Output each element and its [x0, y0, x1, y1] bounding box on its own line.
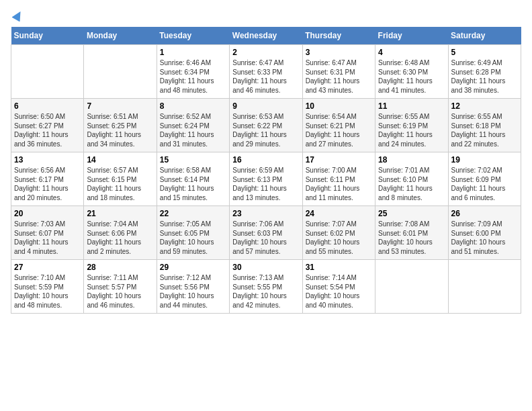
day-info: Sunrise: 7:06 AM Sunset: 6:03 PM Dayligh…: [232, 220, 299, 256]
day-info: Sunrise: 6:56 AM Sunset: 6:17 PM Dayligh…: [14, 166, 81, 202]
week-row-2: 6Sunrise: 6:50 AM Sunset: 6:27 PM Daylig…: [11, 99, 521, 152]
calendar-cell: [375, 260, 448, 314]
day-info: Sunrise: 6:59 AM Sunset: 6:13 PM Dayligh…: [232, 166, 299, 202]
day-info: Sunrise: 7:05 AM Sunset: 6:05 PM Dayligh…: [160, 220, 226, 256]
day-number: 25: [378, 209, 445, 218]
calendar-cell: 15Sunrise: 6:58 AM Sunset: 6:14 PM Dayli…: [157, 152, 229, 206]
day-number: 23: [232, 209, 299, 218]
day-number: 19: [451, 155, 518, 165]
week-row-4: 20Sunrise: 7:03 AM Sunset: 6:07 PM Dayli…: [11, 206, 521, 260]
day-info: Sunrise: 7:04 AM Sunset: 6:06 PM Dayligh…: [87, 220, 153, 256]
day-number: 21: [87, 209, 153, 218]
day-info: Sunrise: 6:48 AM Sunset: 6:30 PM Dayligh…: [378, 58, 445, 95]
calendar-cell: 10Sunrise: 6:54 AM Sunset: 6:21 PM Dayli…: [302, 99, 375, 152]
day-number: 17: [306, 155, 372, 165]
day-info: Sunrise: 7:09 AM Sunset: 6:00 PM Dayligh…: [451, 220, 518, 256]
day-info: Sunrise: 6:47 AM Sunset: 6:33 PM Dayligh…: [232, 58, 299, 95]
calendar-cell: 16Sunrise: 6:59 AM Sunset: 6:13 PM Dayli…: [230, 152, 302, 206]
day-number: 3: [306, 48, 372, 57]
day-number: 7: [87, 101, 153, 111]
day-number: 5: [451, 48, 518, 57]
day-number: 26: [451, 209, 518, 218]
day-number: 20: [14, 209, 81, 218]
day-number: 6: [14, 101, 81, 111]
day-info: Sunrise: 7:13 AM Sunset: 5:55 PM Dayligh…: [232, 273, 299, 310]
header-friday: Friday: [375, 27, 448, 45]
day-number: 12: [451, 101, 518, 111]
calendar-cell: 27Sunrise: 7:10 AM Sunset: 5:59 PM Dayli…: [11, 260, 84, 314]
day-info: Sunrise: 7:01 AM Sunset: 6:10 PM Dayligh…: [378, 166, 445, 202]
calendar-cell: 30Sunrise: 7:13 AM Sunset: 5:55 PM Dayli…: [230, 260, 302, 314]
week-row-1: 1Sunrise: 6:46 AM Sunset: 6:34 PM Daylig…: [11, 45, 521, 99]
calendar-cell: 8Sunrise: 6:52 AM Sunset: 6:24 PM Daylig…: [157, 99, 229, 152]
day-info: Sunrise: 6:57 AM Sunset: 6:15 PM Dayligh…: [87, 166, 153, 202]
week-row-3: 13Sunrise: 6:56 AM Sunset: 6:17 PM Dayli…: [11, 152, 521, 206]
day-number: 10: [306, 101, 372, 111]
day-number: 2: [232, 48, 299, 57]
day-number: 31: [306, 263, 372, 272]
calendar-cell: 1Sunrise: 6:46 AM Sunset: 6:34 PM Daylig…: [157, 45, 229, 99]
calendar-cell: 11Sunrise: 6:55 AM Sunset: 6:19 PM Dayli…: [375, 99, 448, 152]
calendar-cell: [448, 260, 521, 314]
day-info: Sunrise: 7:10 AM Sunset: 5:59 PM Dayligh…: [14, 273, 81, 310]
day-info: Sunrise: 6:49 AM Sunset: 6:28 PM Dayligh…: [451, 58, 518, 95]
day-info: Sunrise: 6:55 AM Sunset: 6:19 PM Dayligh…: [378, 112, 445, 148]
logo: [11, 11, 24, 19]
header: [11, 11, 521, 19]
header-tuesday: Tuesday: [157, 27, 229, 45]
calendar-cell: 31Sunrise: 7:14 AM Sunset: 5:54 PM Dayli…: [302, 260, 375, 314]
calendar-table: SundayMondayTuesdayWednesdayThursdayFrid…: [11, 27, 521, 314]
calendar-cell: 6Sunrise: 6:50 AM Sunset: 6:27 PM Daylig…: [11, 99, 84, 152]
logo-icon: [12, 9, 24, 21]
calendar-cell: 28Sunrise: 7:11 AM Sunset: 5:57 PM Dayli…: [84, 260, 157, 314]
day-info: Sunrise: 7:02 AM Sunset: 6:09 PM Dayligh…: [451, 166, 518, 202]
day-number: 4: [378, 48, 445, 57]
calendar-cell: 4Sunrise: 6:48 AM Sunset: 6:30 PM Daylig…: [375, 45, 448, 99]
calendar-cell: 9Sunrise: 6:53 AM Sunset: 6:22 PM Daylig…: [230, 99, 302, 152]
day-info: Sunrise: 6:53 AM Sunset: 6:22 PM Dayligh…: [232, 112, 299, 148]
week-row-5: 27Sunrise: 7:10 AM Sunset: 5:59 PM Dayli…: [11, 260, 521, 314]
day-number: 24: [306, 209, 372, 218]
day-info: Sunrise: 7:12 AM Sunset: 5:56 PM Dayligh…: [160, 273, 226, 310]
day-info: Sunrise: 6:51 AM Sunset: 6:25 PM Dayligh…: [87, 112, 153, 148]
day-number: 8: [160, 101, 226, 111]
calendar-cell: 24Sunrise: 7:07 AM Sunset: 6:02 PM Dayli…: [302, 206, 375, 260]
header-sunday: Sunday: [11, 27, 84, 45]
header-row: SundayMondayTuesdayWednesdayThursdayFrid…: [11, 27, 521, 45]
day-number: 22: [160, 209, 226, 218]
day-info: Sunrise: 6:55 AM Sunset: 6:18 PM Dayligh…: [451, 112, 518, 148]
calendar-cell: 22Sunrise: 7:05 AM Sunset: 6:05 PM Dayli…: [157, 206, 229, 260]
calendar-cell: 19Sunrise: 7:02 AM Sunset: 6:09 PM Dayli…: [448, 152, 521, 206]
calendar-cell: 18Sunrise: 7:01 AM Sunset: 6:10 PM Dayli…: [375, 152, 448, 206]
header-thursday: Thursday: [302, 27, 375, 45]
calendar-cell: [84, 45, 157, 99]
day-info: Sunrise: 7:03 AM Sunset: 6:07 PM Dayligh…: [14, 220, 81, 256]
day-number: 27: [14, 263, 81, 272]
day-number: 14: [87, 155, 153, 165]
calendar-cell: [11, 45, 84, 99]
day-info: Sunrise: 7:00 AM Sunset: 6:11 PM Dayligh…: [306, 166, 372, 202]
day-number: 16: [232, 155, 299, 165]
day-number: 11: [378, 101, 445, 111]
calendar-cell: 25Sunrise: 7:08 AM Sunset: 6:01 PM Dayli…: [375, 206, 448, 260]
calendar-cell: 23Sunrise: 7:06 AM Sunset: 6:03 PM Dayli…: [230, 206, 302, 260]
calendar-cell: 21Sunrise: 7:04 AM Sunset: 6:06 PM Dayli…: [84, 206, 157, 260]
day-info: Sunrise: 7:11 AM Sunset: 5:57 PM Dayligh…: [87, 273, 153, 310]
header-wednesday: Wednesday: [230, 27, 302, 45]
day-info: Sunrise: 7:14 AM Sunset: 5:54 PM Dayligh…: [306, 273, 372, 310]
calendar-cell: 14Sunrise: 6:57 AM Sunset: 6:15 PM Dayli…: [84, 152, 157, 206]
calendar-cell: 13Sunrise: 6:56 AM Sunset: 6:17 PM Dayli…: [11, 152, 84, 206]
day-number: 1: [160, 48, 226, 57]
day-info: Sunrise: 6:47 AM Sunset: 6:31 PM Dayligh…: [306, 58, 372, 95]
day-info: Sunrise: 6:46 AM Sunset: 6:34 PM Dayligh…: [160, 58, 226, 95]
day-info: Sunrise: 6:58 AM Sunset: 6:14 PM Dayligh…: [160, 166, 226, 202]
day-number: 18: [378, 155, 445, 165]
calendar-cell: 7Sunrise: 6:51 AM Sunset: 6:25 PM Daylig…: [84, 99, 157, 152]
calendar-cell: 5Sunrise: 6:49 AM Sunset: 6:28 PM Daylig…: [448, 45, 521, 99]
svg-marker-0: [12, 9, 24, 21]
day-number: 13: [14, 155, 81, 165]
day-info: Sunrise: 7:08 AM Sunset: 6:01 PM Dayligh…: [378, 220, 445, 256]
day-number: 9: [232, 101, 299, 111]
calendar-cell: 12Sunrise: 6:55 AM Sunset: 6:18 PM Dayli…: [448, 99, 521, 152]
day-number: 29: [160, 263, 226, 272]
